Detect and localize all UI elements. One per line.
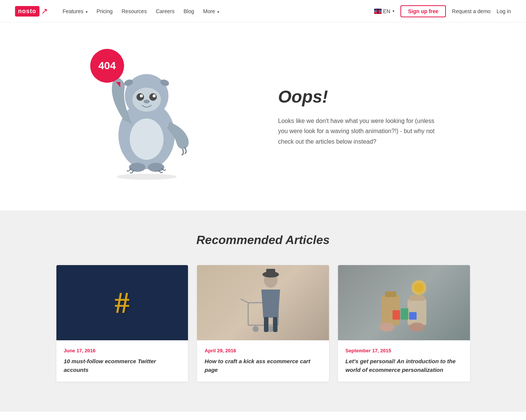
svg-point-29	[379, 323, 394, 332]
shopping-illustration	[374, 265, 434, 340]
article-body-2: April 29, 2016 How to craft a kick ass e…	[197, 340, 329, 382]
svg-point-3	[136, 93, 144, 101]
login-button[interactable]: Log in	[497, 8, 511, 14]
logo-text: nosto	[15, 6, 39, 17]
article-body-1: June 17, 2016 10 must-follow ecommerce T…	[56, 340, 188, 382]
article-card-2[interactable]: April 29, 2016 How to craft a kick ass e…	[197, 265, 329, 382]
svg-point-30	[409, 323, 424, 332]
chevron-down-icon: ▾	[393, 9, 394, 13]
article-body-3: September 17, 2015 Let's get personal! A…	[338, 340, 470, 382]
article-image-3	[338, 265, 470, 340]
svg-rect-24	[385, 291, 396, 297]
signup-button[interactable]: Sign up free	[400, 5, 446, 17]
nav-features[interactable]: Features ▾	[63, 8, 88, 14]
article-date-2: April 29, 2016	[205, 348, 321, 353]
article-date-1: June 17, 2016	[64, 348, 181, 353]
svg-rect-33	[409, 312, 417, 320]
svg-point-10	[148, 163, 164, 172]
chevron-down-icon: ▾	[217, 10, 219, 14]
svg-line-15	[241, 299, 248, 303]
nav-more[interactable]: More ▾	[203, 8, 219, 14]
article-title-2: How to craft a kick ass ecommerce cart p…	[205, 357, 321, 374]
chevron-down-icon: ▾	[86, 10, 88, 14]
hero-content: Oops! Looks like we don't have what you …	[248, 86, 481, 147]
article-image-1: #	[56, 265, 188, 340]
svg-point-5	[140, 94, 143, 97]
svg-point-7	[144, 100, 150, 103]
svg-rect-26	[409, 295, 424, 301]
nav-resources[interactable]: Resources	[121, 8, 147, 14]
nav-blog[interactable]: Blog	[183, 8, 194, 14]
articles-grid: # June 17, 2016 10 must-follow ecommerce…	[56, 265, 470, 382]
lang-label: EN	[383, 8, 390, 14]
logo[interactable]: nosto ↗	[15, 6, 48, 17]
main-nav: nosto ↗ Features ▾ Pricing Resources Car…	[0, 0, 526, 23]
hero-illustration: 404	[45, 45, 248, 188]
error-title: Oops!	[278, 86, 481, 107]
article-image-2	[197, 265, 329, 340]
svg-point-8	[130, 118, 164, 160]
nav-careers[interactable]: Careers	[156, 8, 174, 14]
article-date-3: September 17, 2015	[346, 348, 462, 353]
nav-links: Features ▾ Pricing Resources Careers Blo…	[63, 8, 374, 14]
svg-rect-20	[266, 269, 275, 276]
svg-point-6	[153, 94, 156, 97]
flag-icon	[374, 9, 382, 14]
svg-rect-31	[393, 310, 400, 320]
svg-rect-21	[264, 317, 268, 332]
sloth-container: 404	[94, 45, 199, 188]
error-description: Looks like we don't have what you were l…	[278, 116, 436, 147]
articles-title: Recommended Articles	[15, 233, 511, 247]
svg-rect-22	[273, 317, 277, 332]
article-title-3: Let's get personal! An introduction to t…	[346, 357, 462, 374]
error-code-bubble: 404	[90, 49, 124, 83]
language-selector[interactable]: EN ▾	[374, 8, 394, 14]
svg-point-4	[149, 93, 157, 101]
svg-point-17	[268, 326, 274, 332]
fashion-illustration	[233, 265, 293, 340]
svg-rect-32	[401, 308, 408, 320]
article-card-1[interactable]: # June 17, 2016 10 must-follow ecommerce…	[56, 265, 188, 382]
articles-section: Recommended Articles # June 17, 2016 10 …	[0, 211, 526, 412]
svg-point-11	[117, 174, 177, 180]
request-demo-button[interactable]: Request a demo	[452, 8, 491, 14]
nav-right: EN ▾ Sign up free Request a demo Log in	[374, 5, 511, 17]
hashtag-icon: #	[115, 286, 130, 320]
svg-point-9	[129, 163, 146, 172]
article-title-1: 10 must-follow ecommerce Twitter account…	[64, 357, 181, 374]
svg-point-16	[253, 326, 259, 332]
article-card-3[interactable]: September 17, 2015 Let's get personal! A…	[338, 265, 470, 382]
logo-arrow-icon: ↗	[41, 6, 48, 16]
nav-pricing[interactable]: Pricing	[97, 8, 113, 14]
hero-section: 404	[0, 23, 526, 211]
svg-point-28	[414, 283, 423, 292]
